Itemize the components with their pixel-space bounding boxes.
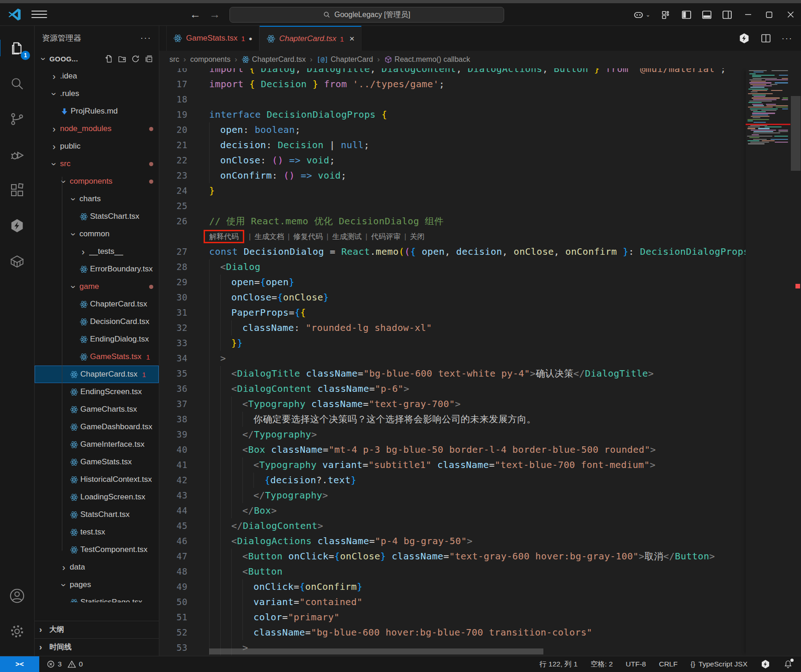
tree-item[interactable]: test.tsx xyxy=(35,523,159,541)
tree-item[interactable]: ›__tests__ xyxy=(35,243,159,260)
line-number: 23 xyxy=(159,168,209,183)
copilot-icon[interactable]: ⌄ xyxy=(627,3,656,26)
tree-item[interactable]: EndingDialog.tsx xyxy=(35,330,159,348)
indentation-status[interactable]: 空格: 2 xyxy=(590,660,613,669)
horizontal-scrollbar[interactable] xyxy=(209,648,543,654)
minimap-line xyxy=(748,93,772,94)
tree-item[interactable]: ›components xyxy=(35,173,159,190)
tree-item[interactable]: ›node_modules xyxy=(35,120,159,138)
tree-item[interactable]: ChapterCard.tsx xyxy=(35,295,159,313)
tree-item[interactable]: LoadingScreen.tsx xyxy=(35,488,159,506)
account-icon[interactable] xyxy=(6,585,28,607)
tree-item[interactable]: ›common xyxy=(35,225,159,243)
tab-ChapterCard.tsx[interactable]: ChapterCard.tsx1× xyxy=(259,26,361,51)
extensions-icon[interactable] xyxy=(6,179,28,201)
breadcrumb-item[interactable]: src xyxy=(169,55,179,64)
tree-item[interactable]: ›charts xyxy=(35,190,159,208)
toggle-panel-icon[interactable] xyxy=(697,3,717,26)
notifications-bell-icon[interactable] xyxy=(783,660,793,669)
extension-hexagon-icon[interactable] xyxy=(760,659,771,669)
timeline-section[interactable]: ›时间线 xyxy=(35,638,159,656)
breadcrumb-item[interactable]: components xyxy=(190,55,230,64)
minimap[interactable] xyxy=(746,68,790,656)
extension-hexagon-icon[interactable] xyxy=(738,32,750,44)
close-button[interactable] xyxy=(780,3,801,26)
code-editor[interactable]: 16import { Dialog, DialogTitle, DialogCo… xyxy=(159,68,801,656)
modified-dot-icon[interactable]: ● xyxy=(249,35,253,42)
source-control-icon[interactable] xyxy=(6,108,28,130)
outline-section[interactable]: ›大纲 xyxy=(35,621,159,638)
maximize-button[interactable] xyxy=(759,3,780,26)
customize-layout-icon[interactable] xyxy=(656,3,676,26)
refresh-button[interactable] xyxy=(131,54,140,63)
tree-item[interactable]: ›.idea xyxy=(35,67,159,85)
split-editor-icon[interactable] xyxy=(760,33,771,44)
tab-close-icon[interactable]: × xyxy=(349,34,355,44)
codelens-action[interactable]: 生成测试 xyxy=(332,233,361,240)
breadcrumb-item[interactable]: React.memo() callback xyxy=(384,55,470,64)
tree-item[interactable]: ›game xyxy=(35,278,159,295)
tree-item-label: ChapterCard.tsx xyxy=(90,300,147,309)
editor-more-actions-icon[interactable]: ··· xyxy=(782,34,793,43)
tree-item[interactable]: ProjRules.md xyxy=(35,102,159,120)
tree-item[interactable]: ErrorBoundary.tsx xyxy=(35,260,159,278)
code-line: 43</Typography> xyxy=(159,488,801,503)
codelens-action[interactable]: 关闭 xyxy=(410,233,425,240)
explorer-more-actions-icon[interactable]: ··· xyxy=(140,33,151,43)
codelens-action[interactable]: 解释代码 xyxy=(204,230,244,243)
tree-item[interactable]: GameCharts.tsx xyxy=(35,401,159,418)
search-view-icon[interactable] xyxy=(6,72,28,95)
remote-indicator[interactable]: >< xyxy=(0,656,39,672)
scrollbar-slider[interactable] xyxy=(791,96,801,171)
tree-item[interactable]: ›.rules xyxy=(35,85,159,102)
tree-item[interactable]: EndingScreen.tsx xyxy=(35,383,159,401)
tree-item[interactable]: ›pages xyxy=(35,576,159,594)
tree-item[interactable]: TestComponent.tsx xyxy=(35,541,159,558)
extension-hexagon-icon[interactable] xyxy=(6,215,28,237)
encoding-status[interactable]: UTF-8 xyxy=(626,660,646,668)
line-number: 36 xyxy=(159,381,209,396)
breadcrumb-item[interactable]: [@]ChapterCard xyxy=(317,55,373,64)
collapse-all-button[interactable] xyxy=(145,54,153,63)
problems-status[interactable]: 3 0 xyxy=(47,660,83,669)
codelens-action[interactable]: 生成文档 xyxy=(254,233,284,240)
vertical-scrollbar[interactable] xyxy=(790,68,801,656)
tree-item[interactable]: ›src xyxy=(35,155,159,173)
minimap-line xyxy=(753,111,766,112)
minimize-button[interactable] xyxy=(737,3,759,26)
tree-item[interactable]: GameStats.tsx1 xyxy=(35,348,159,366)
tree-item[interactable]: ChapterCard.tsx1 xyxy=(35,366,159,383)
language-mode[interactable]: {}TypeScript JSX xyxy=(691,660,747,668)
back-arrow[interactable]: ← xyxy=(187,6,203,23)
menu-icon[interactable] xyxy=(31,8,47,21)
tab-GameStats.tsx[interactable]: GameStats.tsx1● xyxy=(166,26,259,51)
codelens-action[interactable]: 代码评审 xyxy=(371,233,401,240)
tree-item[interactable]: StatisticsPage.tsx xyxy=(35,594,159,602)
tree-item[interactable]: StatsChart.tsx xyxy=(35,506,159,523)
container-tools-icon[interactable] xyxy=(6,250,28,272)
run-debug-icon[interactable] xyxy=(6,144,28,166)
tab-error-badge: 1 xyxy=(340,35,343,43)
tree-item[interactable]: ›data xyxy=(35,558,159,576)
tree-item[interactable]: StatsChart.tsx xyxy=(35,208,159,225)
forward-arrow[interactable]: → xyxy=(207,6,223,23)
cursor-position[interactable]: 行 122, 列 1 xyxy=(539,660,578,669)
new-folder-button[interactable] xyxy=(118,54,126,63)
breadcrumb-item[interactable]: ChapterCard.tsx xyxy=(241,55,306,64)
toggle-secondary-sidebar-icon[interactable] xyxy=(717,3,737,26)
tree-item[interactable]: ›GOOG... xyxy=(35,50,159,67)
tree-item[interactable]: HistoricalContext.tsx xyxy=(35,471,159,488)
indent-guide xyxy=(209,457,220,473)
tree-item[interactable]: GameDashboard.tsx xyxy=(35,418,159,436)
tree-item[interactable]: GameStats.tsx xyxy=(35,453,159,471)
tree-item[interactable]: DecisionCard.tsx xyxy=(35,313,159,330)
tree-item[interactable]: ›public xyxy=(35,138,159,155)
eol-status[interactable]: CRLF xyxy=(659,660,677,668)
tree-item[interactable]: GameInterface.tsx xyxy=(35,436,159,453)
command-center-search[interactable]: GoogleLegacy [管理员] xyxy=(229,7,504,23)
toggle-sidebar-icon[interactable] xyxy=(676,3,697,26)
codelens-action[interactable]: 修复代码 xyxy=(293,233,323,240)
new-file-button[interactable] xyxy=(104,54,113,63)
explorer-icon[interactable]: 1 xyxy=(6,37,28,59)
settings-gear-icon[interactable] xyxy=(6,620,28,642)
